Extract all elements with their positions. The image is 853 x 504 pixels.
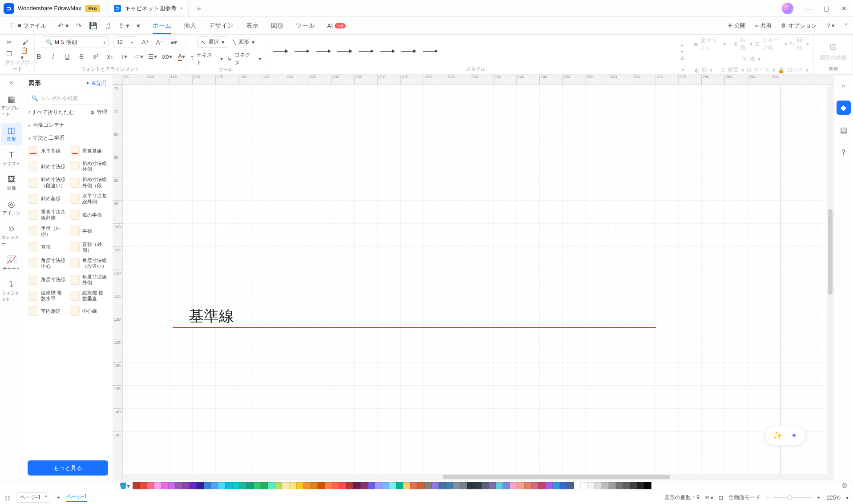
ai-sparkle-icon[interactable]: ✦ xyxy=(791,431,797,440)
color-swatch[interactable] xyxy=(353,482,360,489)
color-swatch[interactable] xyxy=(644,482,651,489)
shape-tool-button[interactable]: ╲ 図形 ▾ xyxy=(233,38,255,46)
style-dialog-launcher[interactable]: ↘ xyxy=(681,67,684,72)
sidebar-item-image[interactable]: 🖼画像 xyxy=(1,172,22,194)
arrow-style-item[interactable] xyxy=(316,48,331,54)
collapse-ribbon-button[interactable]: ⌃ xyxy=(844,22,849,29)
shapes-search-input[interactable]: 🔍 シンボルを検索 xyxy=(28,92,108,105)
line-spacing-button[interactable]: ↕▾ xyxy=(119,52,129,61)
add-page-button[interactable]: ＋ xyxy=(56,494,61,501)
replace-shape-button[interactable]: 図形の置換 xyxy=(820,54,847,61)
section-dimensions[interactable]: 寸法と工学系 xyxy=(28,132,108,145)
gallery-up-button[interactable]: ▴ xyxy=(681,42,684,47)
user-avatar[interactable] xyxy=(782,3,793,14)
color-swatch[interactable] xyxy=(140,482,147,489)
font-name-select[interactable]: 🔍ＭＳ 明朝 xyxy=(42,36,109,48)
select-tool-button[interactable]: ↖ 選択 ▾ xyxy=(197,36,228,48)
color-swatch[interactable] xyxy=(432,482,439,489)
color-swatch[interactable] xyxy=(503,482,510,489)
line-button[interactable]: ✎ 線▾ xyxy=(743,55,760,63)
section-image-container[interactable]: 画像コンテナ xyxy=(28,119,108,132)
shape-item[interactable]: 斜め寸法線（段違い） xyxy=(28,175,67,190)
color-swatch[interactable] xyxy=(453,482,460,489)
numbered-list-button[interactable]: ☰▾ xyxy=(148,52,158,61)
sidebar-item-text[interactable]: Tテキスト xyxy=(1,148,22,169)
arrow-style-item[interactable] xyxy=(273,48,288,54)
color-swatch[interactable] xyxy=(439,482,446,489)
shape-item[interactable]: 縦座標 複数水平 xyxy=(28,288,67,303)
fullscreen-button[interactable]: 全画面モード xyxy=(728,494,760,501)
redo-button[interactable]: ↷ xyxy=(76,22,82,30)
color-swatch[interactable] xyxy=(496,482,503,489)
shape-item[interactable]: 半径（外側） xyxy=(28,224,67,239)
ai-wand-icon[interactable]: ✨ xyxy=(773,431,783,440)
color-swatch[interactable] xyxy=(211,482,218,489)
group-button[interactable]: ⊡ グループ化▾ xyxy=(755,36,788,52)
color-swatch[interactable] xyxy=(368,482,375,489)
color-swatch[interactable] xyxy=(524,482,531,489)
tab-shape[interactable]: 図形 xyxy=(271,18,283,33)
color-swatch[interactable] xyxy=(403,482,410,489)
sidebar-item-sticker[interactable]: ☺ステッカー xyxy=(1,222,22,250)
arrow-style-item[interactable] xyxy=(423,48,438,54)
qat-more-button[interactable]: ▾ xyxy=(137,22,140,30)
share-button[interactable]: ∞ 共有 xyxy=(755,22,772,30)
ruler-corner[interactable] xyxy=(113,75,123,85)
shape-item[interactable]: 斜め基線 xyxy=(28,191,67,206)
bold-button[interactable]: B xyxy=(34,52,44,61)
help-panel-button[interactable]: ？ xyxy=(837,145,851,159)
sidebar-item-chart[interactable]: 📈チャート xyxy=(1,252,22,274)
shape-item[interactable]: 垂直寸法基線外側 xyxy=(28,207,67,222)
color-swatch[interactable] xyxy=(346,482,353,489)
shape-item[interactable]: 水平基線 xyxy=(28,145,67,158)
shape-item[interactable]: 半径 xyxy=(69,224,109,239)
color-swatch[interactable] xyxy=(218,482,225,489)
sidebar-collapse-icon[interactable]: « xyxy=(9,78,13,86)
arrow-style-item[interactable] xyxy=(295,48,310,54)
file-menu[interactable]: ≡ ファイル xyxy=(18,22,46,30)
undo-button[interactable]: ↶ ▾ xyxy=(58,22,69,30)
paste-button[interactable]: 📋▾ xyxy=(20,49,30,59)
color-swatch[interactable] xyxy=(147,482,154,489)
color-swatch[interactable] xyxy=(303,482,311,489)
color-swatch[interactable] xyxy=(587,482,594,489)
connector-tool-button[interactable]: ↳ コネクタ ▾ xyxy=(227,51,261,66)
color-swatch[interactable] xyxy=(175,482,182,489)
shape-item[interactable]: 水平寸法基線外側 xyxy=(69,191,109,206)
close-button[interactable]: ✕ xyxy=(835,0,853,17)
arrow-style-item[interactable] xyxy=(401,48,416,54)
shape-item[interactable]: 斜め寸法線 xyxy=(28,159,67,174)
publish-button[interactable]: ✈ 公開 xyxy=(728,22,746,30)
color-swatch[interactable] xyxy=(190,482,197,489)
collapse-all-button[interactable]: ‹ すべて折りたたむ xyxy=(28,109,74,116)
color-swatch[interactable] xyxy=(567,482,574,489)
color-swatch[interactable] xyxy=(630,482,637,489)
shape-item[interactable]: 縦座標 複数垂直 xyxy=(69,288,109,303)
shape-item[interactable]: 垂直基線 xyxy=(69,145,109,158)
italic-button[interactable]: I xyxy=(48,52,58,61)
zoom-dropdown-icon[interactable]: ▾ xyxy=(846,495,849,501)
copy-button[interactable]: ❐ xyxy=(4,49,14,59)
shape-item[interactable]: 角度寸法線 xyxy=(28,272,67,287)
sidebar-item-icon[interactable]: ◎アイコン xyxy=(1,197,22,219)
color-swatch[interactable] xyxy=(553,482,560,489)
color-swatch[interactable] xyxy=(289,482,296,489)
underline-button[interactable]: U xyxy=(62,52,72,61)
color-swatch[interactable] xyxy=(538,482,546,489)
arrow-style-item[interactable] xyxy=(359,48,374,54)
color-swatch[interactable] xyxy=(375,482,382,489)
minimize-button[interactable]: — xyxy=(800,0,817,17)
shape-item[interactable]: 直径（外側） xyxy=(69,240,109,255)
color-swatch[interactable] xyxy=(580,482,587,489)
shape-item[interactable]: 角度寸法線 外側 xyxy=(69,272,109,287)
color-swatch[interactable] xyxy=(182,482,190,489)
color-swatch[interactable] xyxy=(225,482,232,489)
color-swatch[interactable] xyxy=(161,482,168,489)
shape-item[interactable]: 室内測定 xyxy=(28,304,67,318)
text-tool-button[interactable]: T テキスト ▾ xyxy=(190,51,223,66)
maximize-button[interactable]: ▢ xyxy=(817,0,835,17)
color-swatch[interactable] xyxy=(268,482,275,489)
zoom-in-button[interactable]: ＋ xyxy=(816,494,821,501)
color-swatch[interactable] xyxy=(318,482,325,489)
shadow-button[interactable]: ◐ 影▾ xyxy=(695,66,712,74)
